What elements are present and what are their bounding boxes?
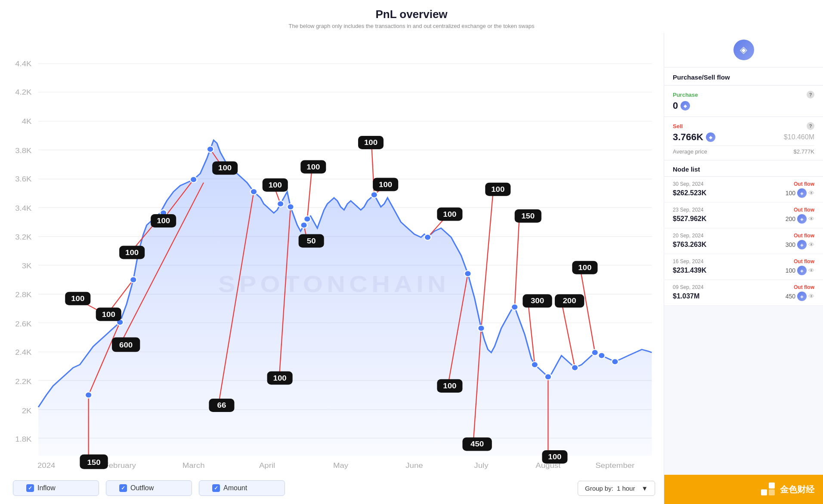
svg-text:2.2K: 2.2K — [15, 378, 31, 386]
eye-icon-3[interactable]: 👁 — [808, 267, 814, 274]
legend-item-inflow[interactable]: Inflow — [13, 480, 99, 496]
node-amount-0: 100 ◈ 👁 — [786, 188, 814, 198]
svg-point-61 — [85, 392, 92, 398]
chevron-down-icon: ▼ — [641, 485, 648, 492]
main-content: 4.4K 4.2K 4K 3.8K 3.6K 3.4K 3.2K 3K 2.8K… — [0, 33, 823, 504]
avg-price-row: Average price $2.777K — [673, 145, 814, 155]
eth-icon-node-4: ◈ — [797, 292, 807, 301]
amount-checkbox[interactable] — [212, 484, 220, 492]
node-item-4: 09 Sep, 2024 Out flow $1.037M 450 ◈ 👁 — [664, 280, 823, 306]
svg-text:66: 66 — [217, 401, 226, 409]
svg-text:100: 100 — [491, 185, 504, 194]
sell-section: Sell ? 3.766K ◈ $10.460M Average price $… — [664, 117, 823, 160]
sell-label: Sell ? — [673, 122, 814, 130]
inflow-label: Inflow — [37, 484, 56, 492]
eth-icon-large: ◈ — [733, 40, 754, 60]
eye-icon-1[interactable]: 👁 — [808, 215, 814, 222]
svg-text:4.2K: 4.2K — [15, 88, 31, 96]
svg-text:February: February — [104, 461, 136, 470]
purchase-help-icon[interactable]: ? — [807, 91, 814, 98]
svg-text:100: 100 — [273, 374, 287, 382]
svg-point-66 — [207, 146, 214, 152]
svg-point-80 — [591, 350, 598, 356]
node-value-1: $527.962K — [673, 215, 706, 223]
svg-text:100: 100 — [364, 138, 377, 147]
svg-point-75 — [478, 325, 485, 331]
svg-text:May: May — [333, 461, 348, 470]
sidebar-top: ◈ — [664, 33, 823, 68]
svg-text:100: 100 — [443, 382, 456, 390]
node-amount-3: 100 ◈ 👁 — [786, 266, 814, 275]
node-value-row-0: $262.523K 100 ◈ 👁 — [673, 188, 814, 198]
svg-text:1.8K: 1.8K — [15, 435, 31, 443]
purchase-label: Purchase ? — [673, 91, 814, 98]
eth-icon-node-1: ◈ — [797, 214, 807, 224]
chart-area: 4.4K 4.2K 4K 3.8K 3.6K 3.4K 3.2K 3K 2.8K… — [0, 33, 664, 504]
outflow-label: Outflow — [130, 484, 154, 492]
svg-text:100: 100 — [379, 180, 392, 188]
node-item-1: 23 Sep, 2024 Out flow $527.962K 200 ◈ 👁 — [664, 203, 823, 228]
eth-icon-sell: ◈ — [706, 132, 715, 142]
svg-text:200: 200 — [563, 297, 576, 305]
node-list-header: Node list — [664, 160, 823, 177]
svg-text:100: 100 — [102, 310, 115, 318]
svg-text:4K: 4K — [22, 117, 32, 126]
svg-text:3.2K: 3.2K — [15, 233, 31, 241]
node-amount-2: 300 ◈ 👁 — [786, 240, 814, 249]
purchase-value: 0 ◈ — [673, 100, 814, 111]
node-value-0: $262.523K — [673, 189, 706, 197]
sell-help-icon[interactable]: ? — [807, 122, 814, 130]
svg-text:2024: 2024 — [37, 461, 56, 470]
group-by-select[interactable]: Group by: 1 hour ▼ — [578, 481, 655, 496]
svg-text:3K: 3K — [22, 261, 32, 270]
svg-text:50: 50 — [307, 237, 316, 245]
eye-icon-2[interactable]: 👁 — [808, 241, 814, 248]
amount-label: Amount — [223, 484, 247, 492]
svg-text:100: 100 — [306, 163, 320, 171]
node-date-1: 23 Sep, 2024 Out flow — [673, 207, 814, 213]
svg-point-76 — [511, 304, 518, 310]
node-flow-4: Out flow — [794, 284, 814, 290]
svg-point-78 — [545, 374, 552, 380]
svg-point-79 — [572, 365, 579, 371]
svg-point-81 — [598, 353, 605, 359]
eth-icon-node-0: ◈ — [797, 188, 807, 198]
svg-point-73 — [424, 234, 431, 240]
svg-text:450: 450 — [470, 440, 484, 448]
eye-icon-0[interactable]: 👁 — [808, 190, 814, 197]
legend-item-outflow[interactable]: Outflow — [106, 480, 192, 496]
svg-text:March: March — [183, 461, 205, 470]
svg-text:3.6K: 3.6K — [15, 175, 31, 183]
node-value-row-2: $763.263K 300 ◈ 👁 — [673, 240, 814, 249]
svg-text:600: 600 — [119, 341, 133, 349]
group-by-container: Group by: 1 hour ▼ — [578, 481, 655, 496]
eth-icon-purchase: ◈ — [681, 101, 690, 111]
sidebar: ◈ Purchase/Sell flow Purchase ? 0 ◈ Sell… — [664, 33, 823, 504]
node-value-row-4: $1.037M 450 ◈ 👁 — [673, 292, 814, 301]
svg-rect-130 — [761, 489, 767, 495]
node-value-3: $231.439K — [673, 267, 706, 274]
svg-text:100: 100 — [269, 181, 282, 189]
outflow-checkbox[interactable] — [119, 484, 127, 492]
bottom-logo: 金色财经 — [664, 475, 823, 504]
svg-point-68 — [277, 201, 284, 207]
svg-point-69 — [287, 204, 294, 210]
svg-text:2.4K: 2.4K — [15, 348, 31, 356]
logo-text: 金色财经 — [780, 484, 814, 495]
purchase-sell-flow-title: Purchase/Sell flow — [664, 68, 823, 86]
node-date-0: 30 Sep, 2024 Out flow — [673, 181, 814, 187]
logo-group: 金色财经 — [759, 481, 814, 498]
svg-text:4.4K: 4.4K — [15, 60, 31, 68]
svg-point-65 — [190, 177, 197, 183]
eth-icon-node-3: ◈ — [797, 266, 807, 275]
svg-text:150: 150 — [521, 212, 535, 220]
eye-icon-4[interactable]: 👁 — [808, 293, 814, 300]
node-flow-1: Out flow — [794, 207, 814, 213]
node-flow-2: Out flow — [794, 233, 814, 239]
inflow-checkbox[interactable] — [26, 484, 34, 492]
svg-text:300: 300 — [531, 297, 544, 305]
svg-text:July: July — [474, 461, 488, 470]
svg-text:3.4K: 3.4K — [15, 204, 31, 212]
legend-item-amount[interactable]: Amount — [199, 480, 285, 496]
svg-text:100: 100 — [157, 217, 170, 225]
